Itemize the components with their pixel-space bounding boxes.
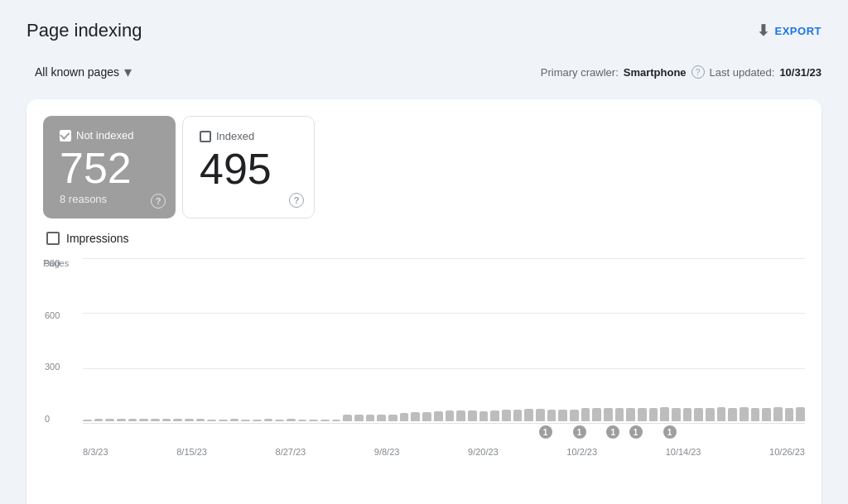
chart-bar (128, 419, 137, 421)
filter-dropdown[interactable]: All known pages ▾ (26, 58, 140, 86)
chart-bar (479, 411, 489, 421)
chart-bar (377, 415, 386, 421)
help-icon-indexed[interactable]: ? (289, 193, 304, 208)
chart-y-label: Pages (43, 258, 69, 268)
impressions-row[interactable]: Impressions (43, 232, 805, 245)
chart-bar (592, 408, 601, 421)
help-icon-not-indexed[interactable]: ? (151, 194, 166, 209)
chart-bar (230, 419, 239, 421)
notification-dot: 1 (663, 425, 677, 439)
chart-bar (151, 419, 160, 421)
chart-bar (83, 420, 92, 421)
chart-bar (649, 408, 658, 421)
download-icon: ⬇ (757, 22, 770, 40)
chart-bar (513, 410, 523, 421)
chart-bar (185, 419, 194, 421)
chart-bar (298, 420, 307, 421)
indexed-value: 495 (200, 147, 297, 190)
chart-bar (253, 420, 262, 421)
stats-row: Not indexed 752 8 reasons ? Indexed 495 … (43, 116, 805, 218)
chart-bar (388, 415, 398, 421)
chart-bar (524, 409, 533, 421)
chart-bar (196, 419, 205, 421)
chart-bar (796, 407, 805, 421)
chart-bar (683, 408, 692, 421)
chart-bar (422, 412, 431, 421)
notification-dots-row: 11111 (83, 424, 805, 442)
y-tick-300: 300 (45, 362, 60, 372)
chart-bar (762, 408, 771, 421)
chart-bar (558, 410, 567, 421)
x-axis-label: 9/8/23 (374, 447, 400, 457)
chart-bar (717, 407, 726, 421)
x-axis-label: 8/15/23 (176, 447, 207, 457)
x-axis-label: 10/14/23 (666, 447, 701, 457)
chart-bar (773, 407, 783, 421)
notification-dot: 1 (573, 425, 586, 439)
notification-dot: 1 (539, 425, 552, 439)
chart-bar (219, 420, 228, 421)
chevron-down-icon: ▾ (124, 63, 132, 81)
chart-bar (264, 419, 273, 421)
y-tick-600: 600 (45, 310, 60, 320)
chart-bar (660, 407, 669, 421)
x-axis-label: 8/3/23 (83, 447, 108, 457)
chart-bar (547, 410, 556, 421)
main-card: Not indexed 752 8 reasons ? Indexed 495 … (26, 99, 822, 504)
chart-bar (672, 408, 681, 421)
impressions-checkbox[interactable] (46, 232, 60, 245)
chart-bar (740, 407, 749, 421)
chart-bar (411, 412, 420, 421)
chart-bar (366, 415, 375, 421)
not-indexed-value: 752 (60, 146, 159, 190)
impressions-label: Impressions (66, 232, 128, 245)
chart-bar (173, 419, 182, 421)
x-axis-label: 8/27/23 (276, 447, 306, 457)
chart-bar (502, 410, 511, 421)
chart-bar (751, 408, 760, 421)
chart-bar (570, 410, 579, 421)
chart-bars (83, 258, 805, 424)
chart-bar (604, 408, 613, 421)
checkbox-empty-icon (200, 131, 211, 142)
chart-bar (446, 410, 455, 421)
chart-bar (581, 408, 590, 421)
chart-bar (615, 408, 624, 421)
not-indexed-sub: 8 reasons (60, 193, 159, 205)
chart-bar (309, 420, 318, 421)
chart-bar (694, 408, 703, 421)
y-tick-0: 0 (45, 414, 60, 424)
chart-bar (94, 419, 104, 421)
chart-bar (536, 409, 545, 421)
help-icon-crawler[interactable]: ? (691, 65, 705, 79)
chart-bar (117, 419, 126, 421)
not-indexed-card[interactable]: Not indexed 752 8 reasons ? (43, 116, 176, 218)
chart-bar (139, 419, 148, 421)
chart-bar (785, 408, 794, 421)
crawler-info: Primary crawler: Smartphone ? Last updat… (541, 65, 822, 79)
checkbox-checked-icon (60, 130, 71, 142)
chart-area: Pages 900 600 300 0 (43, 258, 805, 490)
x-axis-label: 9/20/23 (468, 447, 499, 457)
notification-dot: 1 (606, 425, 619, 439)
chart-bar (343, 415, 352, 421)
chart-bar (105, 419, 114, 421)
notification-dot: 1 (629, 425, 643, 439)
chart-bar (490, 410, 499, 421)
chart-bar (162, 419, 171, 421)
x-axis-label: 10/26/23 (769, 447, 805, 457)
chart-bar (287, 419, 296, 421)
page-title: Page indexing (26, 20, 142, 41)
chart-bar (728, 408, 737, 421)
chart-bar (706, 408, 715, 421)
chart-bar (241, 420, 250, 421)
chart-bar (638, 408, 647, 421)
chart-bar (354, 415, 364, 421)
indexed-card[interactable]: Indexed 495 ? (182, 116, 315, 218)
export-button[interactable]: ⬇ EXPORT (757, 22, 822, 40)
chart-bar (468, 410, 477, 421)
chart-bar (400, 413, 409, 421)
chart-bar (626, 408, 635, 421)
chart-bar (434, 411, 443, 421)
x-axis: 8/3/238/15/238/27/239/8/239/20/2310/2/23… (83, 442, 805, 457)
